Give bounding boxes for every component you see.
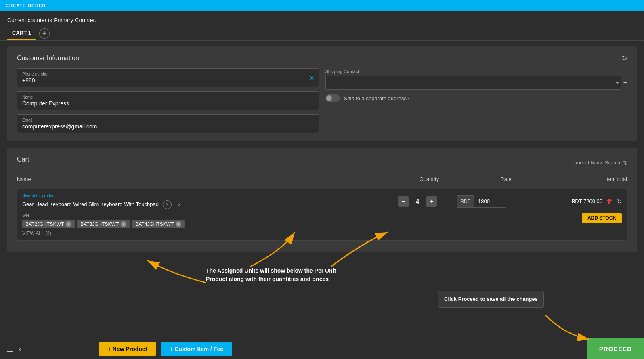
shipping-contact-select[interactable] [325, 76, 621, 90]
email-field[interactable]: Email computerexpress@gmail.com [17, 114, 319, 133]
customer-info-card: Customer Information ↻ Phone number +880… [7, 46, 637, 141]
info-icon[interactable]: ? [163, 200, 172, 209]
sort-icon[interactable]: ⇅ [623, 160, 627, 166]
increase-qty-button[interactable]: + [426, 196, 437, 207]
sn-label: S/N [22, 213, 185, 218]
menu-icon[interactable]: ☰ [6, 344, 14, 354]
refresh-item-icon[interactable]: ↻ [617, 198, 622, 205]
tab-row: CART 1 + [0, 23, 644, 41]
cart-item-main: Search for product Gear Head Keyboard Wi… [22, 193, 622, 209]
main-content: Customer Information ↻ Phone number +880… [0, 41, 644, 351]
email-value: computerexpress@gmail.com [22, 123, 314, 130]
tab-add-button[interactable]: + [39, 28, 50, 39]
item-total-cell: BDT 7200.00 🗑 ↻ [541, 198, 622, 205]
page-title: CREATE ORDER [6, 3, 46, 8]
remove-sn-tag-1[interactable]: ✕ [66, 221, 71, 227]
cart-card: Cart Product Name Search ⇅ Name Quantity… [7, 148, 637, 252]
remove-sn-tag-3[interactable]: ✕ [176, 221, 181, 227]
name-field[interactable]: Name Computer Express [17, 91, 319, 110]
customer-right-col: Shipping Contact + Ship to a separate ad… [325, 68, 627, 133]
col-name: Name [17, 176, 393, 182]
shipping-contact-label: Shipping Contact [325, 69, 627, 74]
sn-tag-1: BAT2JGHTSKWT ✕ [22, 220, 75, 228]
shipping-select-wrap: + [325, 76, 627, 90]
decrease-qty-button[interactable]: − [398, 196, 409, 207]
view-all-link[interactable]: VIEW ALL (4) [22, 231, 185, 236]
email-label: Email [22, 118, 314, 122]
sn-tags-row: BAT2JGHTSKWT ✕ BAT3JGHTSKWT ✕ BAT4JGHTSK… [22, 220, 185, 228]
product-name-search-label: Product Name Search [573, 160, 620, 166]
bottom-toolbar: ☰ ‹ + New Product + Custom Item / Fee PR… [0, 338, 644, 359]
sn-tag-2: BAT3JGHTSKWT ✕ [77, 220, 130, 228]
col-item-total: Item total [546, 176, 627, 182]
product-cell: Search for product Gear Head Keyboard Wi… [22, 193, 378, 209]
name-value: Computer Express [22, 100, 314, 107]
rate-currency: BDT [457, 195, 474, 208]
cart-section-title: Cart [17, 156, 29, 163]
tab-cart1[interactable]: CART 1 [7, 27, 36, 40]
customer-section-title: Customer Information [17, 55, 627, 62]
col-rate: Rate [466, 176, 546, 182]
product-name: Gear Head Keyboard Wired Slim Keyboard W… [22, 201, 159, 207]
refresh-icon[interactable]: ↻ [622, 55, 627, 62]
phone-label: Phone number [22, 72, 314, 76]
search-for-product-label: Search for product [22, 193, 378, 198]
rate-cell: BDT [457, 195, 538, 208]
customer-info-grid: Phone number +880 ✕ Name Computer Expres… [17, 68, 627, 133]
shipping-contact-group: Shipping Contact + [325, 69, 627, 90]
ship-separate-row: Ship to a separate address? [325, 94, 627, 102]
delete-item-icon[interactable]: 🗑 [606, 198, 613, 205]
add-shipping-contact-button[interactable]: + [623, 79, 627, 86]
cart-col-headers: Name Quantity Rate Item total [17, 174, 627, 185]
cart-search-label: Product Name Search ⇅ [573, 160, 627, 166]
proceed-button[interactable]: PROCEED [587, 338, 644, 359]
product-icons: ? ✕ [163, 200, 184, 209]
col-quantity: Quantity [393, 176, 466, 182]
ship-separate-label: Ship to a separate address? [344, 95, 410, 101]
customer-left-col: Phone number +880 ✕ Name Computer Expres… [17, 68, 319, 133]
quantity-value: 4 [413, 198, 422, 205]
sn-area: S/N BAT2JGHTSKWT ✕ BAT3JGHTSKWT ✕ [22, 213, 622, 236]
back-icon[interactable]: ‹ [19, 344, 21, 353]
remove-sn-tag-2[interactable]: ✕ [121, 221, 126, 227]
item-total-value: BDT 7200.00 [572, 198, 602, 204]
counter-info: Current counter is Primary Counter. [0, 11, 644, 23]
annotation-units-text: The Assigned Units will show below the P… [206, 267, 355, 283]
top-bar: CREATE ORDER [0, 0, 644, 11]
bottom-center: + New Product + Custom Item / Fee [26, 342, 638, 356]
name-label: Name [22, 95, 314, 99]
clear-phone-icon[interactable]: ✕ [310, 75, 315, 81]
add-stock-button[interactable]: ADD STOCK [582, 213, 622, 223]
remove-product-icon[interactable]: ✕ [175, 200, 184, 209]
phone-field[interactable]: Phone number +880 ✕ [17, 68, 319, 87]
cart-header-row: Cart Product Name Search ⇅ [17, 156, 627, 170]
cart-item: Search for product Gear Head Keyboard Wi… [17, 189, 627, 241]
quantity-control: − 4 + [381, 196, 454, 207]
annotation-proceed-text: Click Proceed to save all the changes [438, 291, 544, 308]
toggle-knob [326, 95, 332, 101]
rate-input[interactable] [474, 195, 506, 208]
custom-item-button[interactable]: + Custom Item / Fee [161, 342, 232, 356]
new-product-button[interactable]: + New Product [99, 342, 156, 356]
sn-tag-3: BAT4JGHTSKWT ✕ [132, 220, 185, 228]
phone-value: +880 [22, 77, 314, 84]
ship-separate-toggle[interactable] [325, 94, 340, 102]
